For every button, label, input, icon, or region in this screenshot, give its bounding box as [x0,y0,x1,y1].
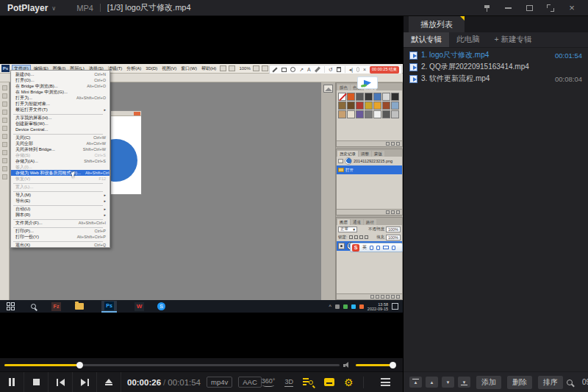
style-swatch [382,110,390,118]
pin-icon [484,4,490,12]
divider [324,66,325,73]
volume-slider[interactable] [356,364,395,366]
app-menu-button[interactable]: PotPlayer [7,3,48,13]
divider [100,4,101,12]
seek-handle[interactable] [76,362,83,368]
style-swatch [391,93,399,101]
ps-menu-item: 窗口(W) [179,65,198,73]
move-to-top-button[interactable]: ▲ [409,377,422,388]
seek-row [0,358,403,371]
style-swatch [373,93,381,101]
style-swatch [347,110,355,118]
move-to-bottom-button[interactable]: ▼ [458,377,470,388]
speaker-icon: ◂| [349,67,353,72]
sogou-browser-icon: S [157,302,165,310]
vr-360-button[interactable]: 360° [262,377,276,387]
ps-file-menu-item: 打印(P)...Ctrl+P [11,228,110,234]
wps-icon: W [135,302,144,311]
title-bar[interactable]: PotPlayer ∨ MP4 [1/3] logo尺寸修改.mp4 × [0,0,588,16]
stop-button[interactable] [24,372,49,392]
video-area[interactable]: Ps 文件(F)编辑(E)图像(I)图层(L)选择(S)滤镜(T)分析(A)3D… [0,16,403,392]
search-icon[interactable] [567,379,573,385]
tray-icon [343,304,348,309]
microphone-icon [376,246,380,250]
tab-playlist[interactable]: 播放列表 [409,16,465,32]
ps-view-extras-icon [229,65,235,71]
fill-value: 100% [386,235,401,240]
ps-document-window [110,110,142,195]
file-explorer-icon [74,302,84,311]
close-icon: × [363,67,366,72]
media-file-icon [409,51,417,60]
tray-icon [359,304,364,309]
media-file-icon [409,63,417,71]
style-swatch [373,110,381,118]
marker-icon [315,67,320,73]
ps-file-menu-item: 自动(U) [11,206,110,212]
tray-expand-icon: ^ [329,304,331,309]
video-codec-badge[interactable]: mp4v [207,377,232,388]
move-up-button[interactable]: ▲ [426,377,438,388]
previous-button[interactable] [49,372,73,392]
sort-button[interactable]: 排序 [538,376,563,389]
playlist-item[interactable]: 3. 软件更新流程.mp4 00:08:04 [404,73,588,85]
style-swatch [338,93,346,101]
photoshop-taskbar-active: Ps [101,301,117,313]
wrench-icon [392,246,395,250]
next-button[interactable] [73,372,97,392]
ps-styles-panel: 颜色色板样式 [336,82,403,147]
open-step-icon [338,168,344,172]
ps-file-menu-item: 置入(L)... [11,184,110,190]
close-icon [134,112,140,115]
pin-button[interactable] [481,2,492,14]
subtitle-button[interactable] [324,378,334,386]
volume-icon[interactable] [343,362,352,368]
settings-gear-button[interactable]: ⚙ [344,377,354,388]
style-swatch [382,101,390,110]
opacity-value: 100% [386,227,401,232]
close-button[interactable]: × [566,2,578,14]
windows-taskbar: Fz Ps W S ^ 13:582022-09-15 [0,300,403,313]
video-frame[interactable]: Ps 文件(F)编辑(E)图像(I)图层(L)选择(S)滤镜(T)分析(A)3D… [0,64,403,313]
ps-file-menu-item: 导入(M) [11,192,110,198]
input-language-label: 英 [362,244,367,251]
style-swatch [365,110,373,118]
ps-file-menu-item: 打开为智能对象... [11,101,110,107]
playlist-item[interactable]: 1. logo尺寸修改.mp4 00:01:54 [404,49,588,61]
ps-arrange-docs-icon [253,65,259,71]
playlist-search-button[interactable] [303,377,315,387]
ps-file-menu-item: 关闭(C)Ctrl+W [11,135,110,140]
clock-time: 09:58 [582,378,588,386]
trash-icon [337,67,341,72]
album-tab[interactable]: 此电脑 [449,32,487,47]
history-step-row: 打开 [337,165,402,174]
ps-file-menu-item: 关闭并转到 Bridge...Shift+Ctrl+W [11,146,110,152]
album-tabs: 默认专辑此电脑+ 新建专辑 [404,32,588,48]
ps-file-menu-item: 在 Bridge 中浏览(B)...Alt+Ctrl+O [11,83,110,89]
album-tab[interactable]: + 新建专辑 [487,32,539,47]
action-center-icon [392,303,398,310]
add-button[interactable]: 添加 [476,376,501,389]
ps-file-menu: 新建(N)...Ctrl+N 打开(O)...Ctrl+O 在 Bridge 中… [10,70,110,248]
menu-button[interactable] [373,378,398,386]
taskbar-clock: 13:582022-09-15 [368,302,388,311]
open-file-button[interactable] [97,372,121,392]
audio-codec-badge[interactable]: AAC [238,377,262,388]
playlist-items: 1. logo尺寸修改.mp4 00:01:54 2. QQ录屏20220915… [404,48,588,85]
move-down-button[interactable]: ▼ [442,377,454,388]
fullscreen-button[interactable] [545,2,556,14]
layer-visibility-icon [338,243,345,249]
playlist-item[interactable]: 2. QQ录屏20220915163414.mp4 [404,61,588,73]
pause-button[interactable] [0,372,24,392]
maximize-button[interactable] [523,2,535,14]
album-tab[interactable]: 默认专辑 [404,32,449,47]
current-time: 00:00:26 [127,378,161,387]
recording-timer-badge: 00:00:25 结束 [370,66,399,74]
ellipse-icon [290,67,295,72]
delete-button[interactable]: 删除 [507,376,532,389]
3d-button[interactable]: 3D [284,378,293,387]
volume-level [356,364,392,366]
minimize-button[interactable] [502,2,514,14]
volume-handle[interactable] [390,362,396,368]
seek-bar[interactable] [4,364,340,366]
